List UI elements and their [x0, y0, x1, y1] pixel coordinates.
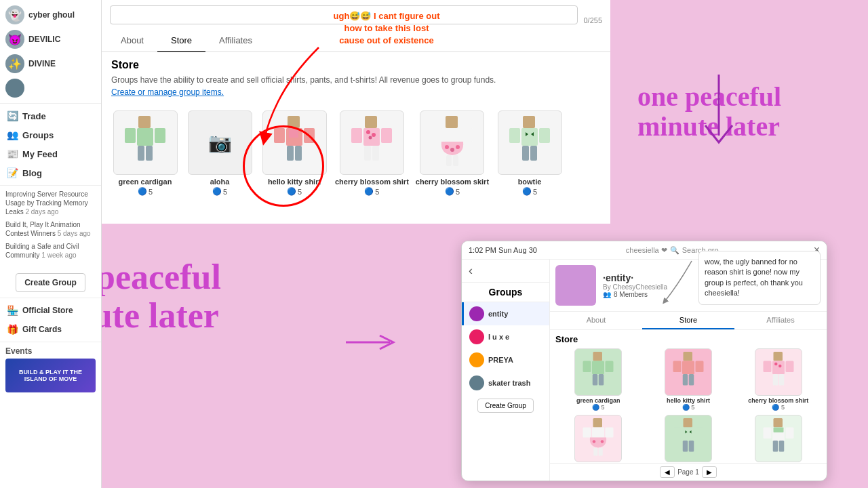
sidebar-item-groups[interactable]: 👥 Groups	[0, 125, 101, 144]
phone-item-price: 🔵 5	[592, 404, 605, 411]
store-icon: 🏪	[7, 305, 18, 316]
store-item-hello-kitty[interactable]: hello kitty shirt 🔵 5	[260, 110, 328, 196]
phone-store-item-green-cardigan[interactable]: green cardigan 🔵 5	[555, 348, 642, 411]
sidebar-group-name: entity	[488, 310, 508, 318]
blog-post-3[interactable]: Building a Safe and Civil Community 1 we…	[5, 242, 96, 260]
svg-rect-60	[592, 428, 604, 438]
svg-rect-52	[772, 361, 785, 375]
phone-item-price: 🔵 5	[772, 404, 785, 411]
store-item-aloha[interactable]: 📷 aloha 🔵 5	[186, 110, 254, 196]
main-nav: 🔄 Trade 👥 Groups 📰 My Feed 📝 Blog	[0, 103, 101, 185]
top-right-text: one peaceful minute later	[624, 0, 868, 224]
tab-store[interactable]: Store	[157, 30, 205, 52]
sidebar-item-trade[interactable]: 🔄 Trade	[0, 106, 101, 125]
robux-icon: 🔵	[522, 187, 532, 196]
svg-point-26	[445, 145, 449, 149]
svg-rect-56	[785, 361, 793, 373]
sidebar-item-myfeed[interactable]: 📰 My Feed	[0, 144, 101, 163]
svg-rect-18	[351, 128, 362, 143]
phone-store-item-hello-kitty[interactable]: hello kitty shirt 🔵 5	[646, 348, 732, 411]
store-item-cherry-blossom-shirt[interactable]: cherry blossom shirt 🔵 5	[335, 110, 409, 196]
svg-rect-50	[689, 374, 694, 386]
robux-icon: 🔵	[364, 187, 374, 196]
avatar: 👻	[5, 5, 24, 24]
phone-sidebar-item-entity[interactable]: entity	[462, 302, 549, 325]
store-title: Store	[111, 59, 601, 71]
tab-affiliates[interactable]: Affiliates	[205, 30, 266, 52]
store-info: Store Groups have the ability to create …	[102, 52, 610, 104]
tab-about[interactable]: About	[107, 30, 157, 52]
phone-store-title: Store	[555, 334, 821, 344]
svg-rect-5	[146, 146, 153, 161]
svg-rect-47	[673, 361, 681, 373]
events-title: Events	[5, 346, 96, 356]
svg-rect-23	[444, 128, 460, 142]
avatar: ✨	[5, 54, 24, 73]
username-label: DEVILIC	[28, 35, 60, 44]
phone-store-item-cherry-shirt[interactable]: cherry blossom shirt 🔵 5	[735, 348, 821, 411]
sidebar-user-devilic[interactable]: 😈 DEVILIC	[0, 27, 101, 52]
manage-items-link[interactable]: Create or manage group items.	[111, 87, 601, 97]
sidebar-user-extra[interactable]	[0, 76, 101, 100]
sidebar-item-official-store[interactable]: 🏪 Official Store	[0, 301, 101, 320]
svg-rect-10	[304, 128, 315, 143]
phone-prev-button[interactable]: ◀	[660, 466, 675, 478]
sidebar-item-gift-cards[interactable]: 🎁 Gift Cards	[0, 320, 101, 339]
svg-rect-65	[594, 448, 598, 456]
svg-rect-59	[593, 418, 603, 428]
svg-rect-69	[673, 428, 681, 439]
phone-sidebar-item-luxe[interactable]: l u x e	[462, 325, 549, 348]
sidebar-item-label: My Feed	[22, 149, 58, 159]
phone-create-group-button[interactable]: Create Group	[477, 399, 534, 413]
svg-rect-67	[683, 418, 692, 428]
phone-tab-store[interactable]: Store	[642, 312, 734, 329]
svg-rect-25	[462, 128, 473, 142]
item-name: aloha	[210, 178, 230, 186]
username-label: DIVINE	[28, 59, 56, 68]
phone-group-banner	[555, 265, 596, 306]
phone-groups-title: Groups	[462, 283, 549, 302]
sidebar-user-cyber-ghoul[interactable]: 👻 cyber ghoul	[0, 3, 101, 27]
svg-rect-66	[599, 448, 603, 456]
phone-tab-affiliates[interactable]: Affiliates	[734, 312, 827, 329]
phone-store-item-cherry-skirt[interactable]: cherry blossom skirt 🔵 5	[555, 415, 642, 463]
item-name: cherry blossom shirt	[335, 178, 409, 186]
phone-profile-label: cheesiella ❤	[626, 246, 667, 255]
blog-post-2[interactable]: Build It, Play It Animation Contest Winn…	[5, 220, 96, 238]
phone-item-image	[574, 415, 622, 462]
svg-rect-24	[432, 128, 443, 142]
avatar	[469, 329, 484, 344]
store-items-grid: green cardigan 🔵 5 📷 aloha 🔵 5	[102, 104, 610, 203]
blog-post-1[interactable]: Improving Server Resource Usage by Track…	[5, 190, 96, 216]
phone-sidebar-item-preya[interactable]: PREYA	[462, 348, 549, 371]
item-name: green cardigan	[119, 178, 172, 186]
phone-time: 1:02 PM Sun Aug 30	[469, 246, 537, 254]
store-item-green-cardigan[interactable]: green cardigan 🔵 5	[111, 110, 179, 196]
store-item-cherry-blossom-skirt[interactable]: cherry blossom skirt 🔵 5	[416, 110, 489, 196]
svg-rect-43	[593, 374, 598, 386]
phone-sidebar-item-skater[interactable]: skater trash	[462, 371, 549, 394]
item-price: 🔵 5	[364, 187, 379, 196]
svg-point-64	[601, 440, 604, 443]
phone-tab-about[interactable]: About	[550, 312, 642, 329]
sidebar-user-divine[interactable]: ✨ DIVINE	[0, 52, 101, 76]
phone-store-item-bowtie[interactable]: bowtie 🔵 5	[646, 415, 732, 463]
svg-rect-77	[785, 428, 793, 439]
store-item-bowtie[interactable]: bowtie 🔵 5	[496, 110, 564, 196]
sidebar-item-blog[interactable]: 📝 Blog	[0, 163, 101, 182]
overlay-comment: ugh😅😅 I cant figure out how to take this…	[332, 10, 441, 47]
events-section: Events BUILD & PLAY IT THE ISLAND OF MOV…	[0, 342, 101, 396]
item-name: hello kitty shirt	[268, 178, 321, 186]
phone-back-button[interactable]: ‹	[462, 260, 549, 283]
phone-item-name: hello kitty shirt	[667, 397, 710, 404]
phone-sidebar: ‹ Groups entity l u x e PREYA skater tra…	[462, 260, 550, 481]
phone-item-image	[574, 348, 622, 396]
phone-next-button[interactable]: ▶	[702, 466, 717, 478]
create-group-button[interactable]: Create Group	[16, 273, 85, 292]
phone-store-item-green-white[interactable]: green and white 🔵 5	[735, 415, 821, 463]
svg-rect-1	[137, 128, 153, 146]
svg-rect-40	[592, 361, 604, 375]
svg-rect-36	[530, 146, 537, 161]
events-banner[interactable]: BUILD & PLAY IT THE ISLAND OF MOVE	[5, 359, 96, 392]
svg-point-16	[372, 133, 376, 137]
